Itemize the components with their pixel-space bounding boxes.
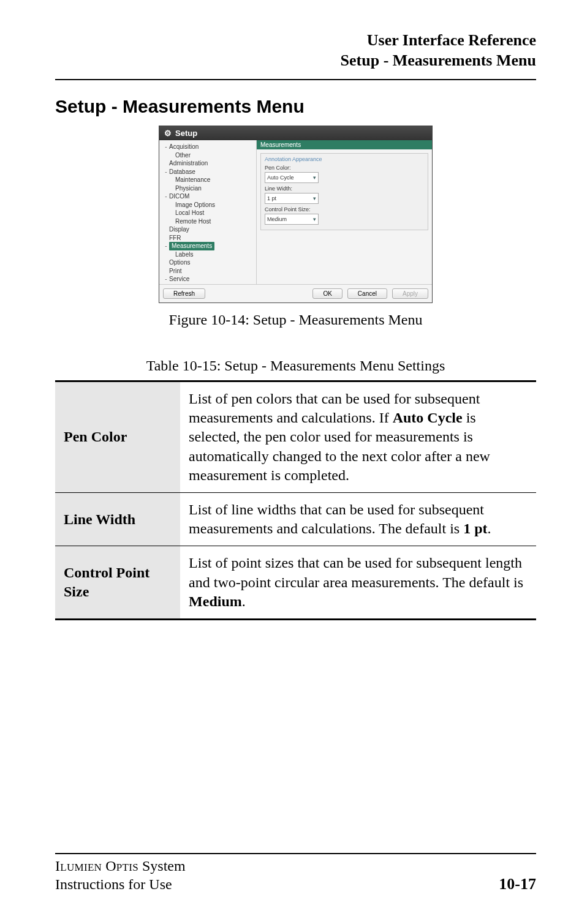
footer-left: Ilumien Optis System Instructions for Us… xyxy=(55,857,186,893)
table-row: Control Point SizeList of point sizes th… xyxy=(55,546,536,620)
panel-title: Measurements xyxy=(257,140,432,149)
tree-item-label: Administration xyxy=(169,160,208,167)
apply-button[interactable]: Apply xyxy=(392,288,428,299)
table-row: Pen ColorList of pen colors that can be … xyxy=(55,381,536,493)
tree-item[interactable]: Print xyxy=(163,267,255,276)
figure-caption: Figure 10-14: Setup - Measurements Menu xyxy=(55,312,536,328)
cancel-button[interactable]: Cancel xyxy=(347,288,387,299)
tree-item[interactable]: Image Options xyxy=(163,201,255,209)
page-footer: Ilumien Optis System Instructions for Us… xyxy=(55,853,536,893)
setup-dialog: Setup -AcquisitionOtherAdministration-Da… xyxy=(159,126,433,303)
tree-item-label: Physician xyxy=(175,185,202,192)
gear-icon xyxy=(164,129,172,138)
line-width-select[interactable]: 1 pt ▾ xyxy=(265,193,319,204)
dialog-title: Setup xyxy=(175,129,197,138)
section-heading: Setup - Measurements Menu xyxy=(55,96,536,117)
line-width-label: Line Width: xyxy=(265,186,424,192)
setting-description: List of line widths that can be used for… xyxy=(180,492,536,546)
pen-color-value: Auto Cycle xyxy=(267,175,294,181)
tree-item[interactable]: -DICOM xyxy=(163,192,255,201)
footer-brand-1: Ilumien xyxy=(55,858,102,874)
tree-item-label: Service xyxy=(169,276,189,282)
tree-toggle-icon: - xyxy=(163,168,169,176)
tree-item-label: Measurements xyxy=(169,242,214,250)
tree-item-label: FFR xyxy=(169,235,181,241)
tree-toggle-icon: - xyxy=(163,242,169,250)
chevron-down-icon: ▾ xyxy=(313,175,316,181)
footer-line-2: Instructions for Use xyxy=(55,876,172,892)
tree-item-label: Options xyxy=(169,259,190,266)
tree-toggle-icon: - xyxy=(163,143,169,151)
tree-item[interactable]: Local Host xyxy=(163,209,255,217)
chevron-down-icon: ▾ xyxy=(313,195,316,201)
tree-item-label: Maintenance xyxy=(175,176,210,183)
tree-item-label: Other xyxy=(175,152,191,159)
setting-description: List of point sizes that can be used for… xyxy=(180,546,536,620)
tree-item[interactable]: -Database xyxy=(163,168,255,176)
tree-item[interactable]: Options xyxy=(163,258,255,267)
footer-brand-2: Optis xyxy=(105,858,138,874)
settings-panel: Measurements Annotation Appearance Pen C… xyxy=(257,140,432,284)
footer-brand-rest: System xyxy=(138,858,186,874)
tree-item-label: Display xyxy=(169,226,189,233)
setting-name: Control Point Size xyxy=(55,546,180,620)
dialog-footer: Refresh OK Cancel Apply xyxy=(159,284,432,302)
table-row: Line WidthList of line widths that can b… xyxy=(55,492,536,546)
tree-item[interactable]: FFR xyxy=(163,234,255,242)
control-point-size-label: Control Point Size: xyxy=(265,206,424,212)
header-rule xyxy=(55,79,536,80)
control-point-size-value: Medium xyxy=(267,216,287,222)
settings-table: Pen ColorList of pen colors that can be … xyxy=(55,380,536,620)
tree-item-label: Database xyxy=(169,168,195,175)
tree-item-label: Remote Host xyxy=(175,218,211,225)
refresh-button[interactable]: Refresh xyxy=(163,288,205,299)
tree-item-label: Labels xyxy=(175,251,193,258)
tree-item-label: DICOM xyxy=(169,193,189,200)
tree-item[interactable]: Other xyxy=(163,151,255,160)
tree-item-label: Image Options xyxy=(175,201,215,208)
header-line-2: Setup - Measurements Menu xyxy=(55,51,536,71)
dialog-titlebar: Setup xyxy=(159,126,432,140)
tree-item[interactable]: Maintenance xyxy=(163,176,255,184)
header-line-1: User Interface Reference xyxy=(55,31,536,51)
page-number: 10-17 xyxy=(499,875,536,893)
chevron-down-icon: ▾ xyxy=(313,216,316,222)
tree-item[interactable]: Remote Host xyxy=(163,217,255,226)
tree-item-label: System Diagnostics xyxy=(175,284,229,285)
tree-item[interactable]: Labels xyxy=(163,250,255,259)
tree-item[interactable]: -Acquisition xyxy=(163,143,255,151)
tree-item-label: Print xyxy=(169,268,182,274)
pen-color-label: Pen Color: xyxy=(265,165,424,171)
table-caption: Table 10-15: Setup - Measurements Menu S… xyxy=(55,358,536,374)
running-header: User Interface Reference Setup - Measure… xyxy=(55,31,536,70)
settings-tree[interactable]: -AcquisitionOtherAdministration-Database… xyxy=(159,140,257,284)
annotation-appearance-group: Annotation Appearance Pen Color: Auto Cy… xyxy=(260,153,428,230)
tree-item[interactable]: -Measurements xyxy=(163,242,255,250)
control-point-size-select[interactable]: Medium ▾ xyxy=(265,214,319,225)
tree-item[interactable]: System Diagnostics xyxy=(163,284,255,285)
line-width-value: 1 pt xyxy=(267,195,276,201)
setting-name: Pen Color xyxy=(55,381,180,493)
group-legend: Annotation Appearance xyxy=(265,156,424,162)
ok-button[interactable]: OK xyxy=(312,288,342,299)
setting-description: List of pen colors that can be used for … xyxy=(180,381,536,493)
tree-item-label: Acquisition xyxy=(169,143,199,150)
pen-color-select[interactable]: Auto Cycle ▾ xyxy=(265,172,319,183)
tree-item[interactable]: Physician xyxy=(163,184,255,193)
setting-name: Line Width xyxy=(55,492,180,546)
tree-toggle-icon: - xyxy=(163,192,169,201)
tree-item-label: Local Host xyxy=(175,209,204,216)
tree-item[interactable]: Display xyxy=(163,225,255,234)
tree-item[interactable]: Administration xyxy=(163,159,255,168)
tree-item[interactable]: -Service xyxy=(163,275,255,284)
tree-toggle-icon: - xyxy=(163,275,169,284)
